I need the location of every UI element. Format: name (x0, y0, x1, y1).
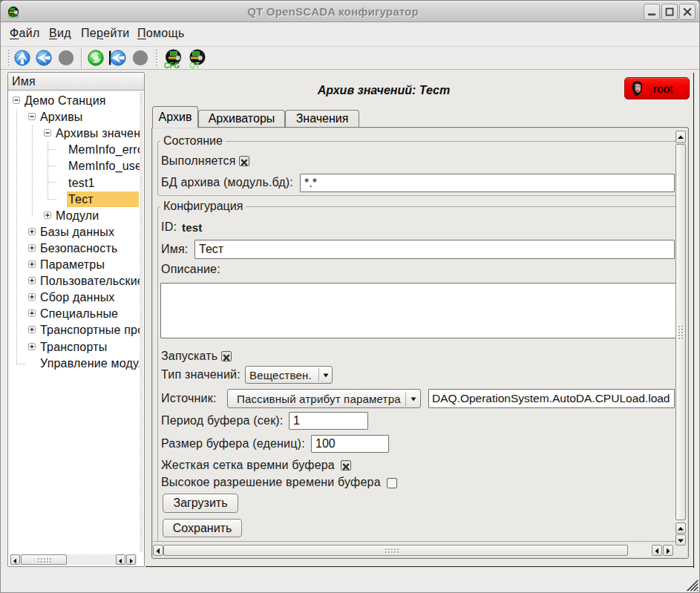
svg-text:CFG: CFG (164, 62, 180, 69)
svg-text:QT: QT (189, 62, 200, 69)
